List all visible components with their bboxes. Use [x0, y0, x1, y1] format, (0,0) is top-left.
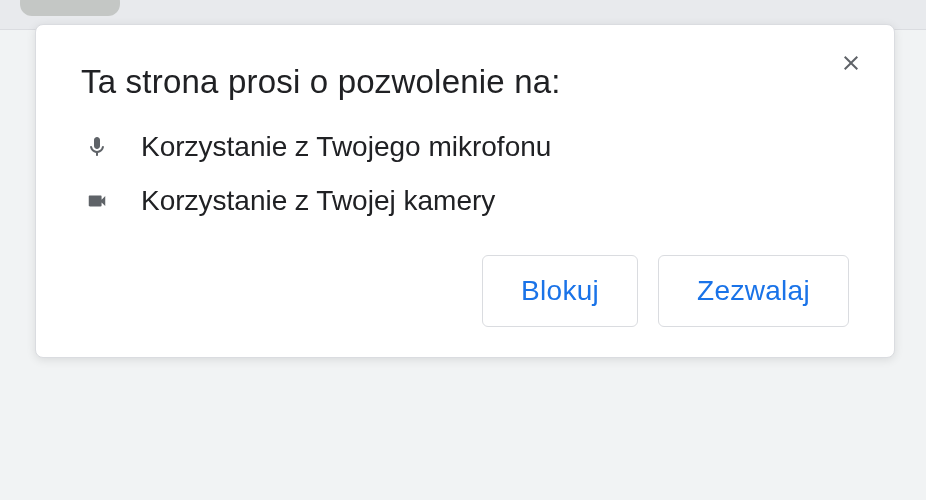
permission-label: Korzystanie z Twojej kamery	[141, 185, 495, 217]
close-icon	[839, 51, 863, 79]
permission-label: Korzystanie z Twojego mikrofonu	[141, 131, 551, 163]
button-row: Blokuj Zezwalaj	[81, 255, 849, 327]
microphone-icon	[81, 133, 113, 161]
permission-item-microphone: Korzystanie z Twojego mikrofonu	[81, 131, 849, 163]
permission-item-camera: Korzystanie z Twojej kamery	[81, 185, 849, 217]
dialog-content: Ta strona prosi o pozwolenie na: Korzyst…	[36, 25, 894, 357]
background-shape	[20, 0, 120, 16]
close-button[interactable]	[836, 50, 866, 80]
camera-icon	[81, 187, 113, 215]
dialog-title: Ta strona prosi o pozwolenie na:	[81, 63, 849, 101]
allow-button[interactable]: Zezwalaj	[658, 255, 849, 327]
block-button[interactable]: Blokuj	[482, 255, 638, 327]
permission-dialog: Ta strona prosi o pozwolenie na: Korzyst…	[35, 24, 895, 358]
